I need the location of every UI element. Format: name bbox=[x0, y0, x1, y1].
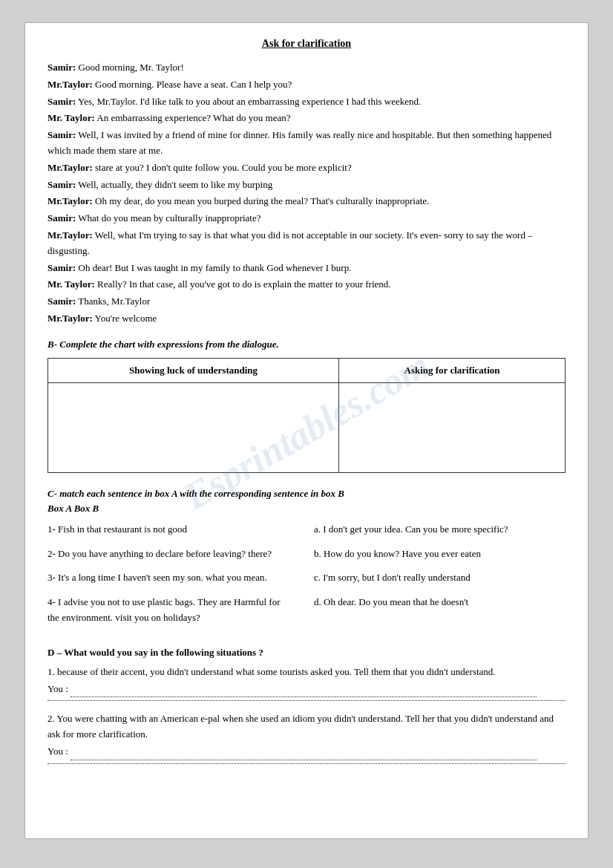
worksheet-page: Esprintables.com Ask for clarification S… bbox=[24, 22, 589, 839]
dialogue-line: Samir: What do you mean by culturally in… bbox=[47, 211, 566, 226]
dialogue-line: Samir: Good morning, Mr. Taylor! bbox=[47, 60, 566, 76]
speaker-name: Samir: bbox=[47, 212, 76, 223]
match-left-item: 4- I advise you not to use plastic bags.… bbox=[47, 595, 292, 626]
dialogue-line: Samir: Well, I was invited by a friend o… bbox=[47, 128, 566, 159]
dialogue-line: Samir: Well, actually, they didn't seem … bbox=[47, 177, 566, 193]
chart-header-right: Asking for clarification bbox=[339, 358, 566, 382]
section-d: D – What would you say in the following … bbox=[47, 647, 566, 764]
speaker-name: Samir: bbox=[47, 62, 76, 73]
situation-text: 1. because of their accent, you didn't u… bbox=[47, 665, 566, 680]
section-d-title: D – What would you say in the following … bbox=[47, 647, 566, 659]
page-title: Ask for clarification bbox=[47, 38, 566, 50]
speaker-name: Mr.Taylor: bbox=[47, 229, 93, 241]
match-left-item: 2- Do you have anything to declare befor… bbox=[47, 546, 292, 562]
dialogue-line: Samir: Thanks, Mr.Taylor bbox=[47, 294, 566, 310]
speaker-name: Samir: bbox=[47, 96, 76, 107]
dialogue-line: Mr.Taylor: You're welcome bbox=[47, 311, 566, 327]
section-c: C- match each sentence in box A with the… bbox=[47, 488, 566, 635]
section-b: B- Complete the chart with expressions f… bbox=[47, 339, 566, 473]
match-left-item: 1- Fish in that restaurant is not good bbox=[47, 522, 292, 538]
match-right-item: b. How do you know? Have you ever eaten bbox=[314, 546, 566, 562]
match-left-item: 3- It's a long time I haven't seen my so… bbox=[47, 570, 292, 586]
speaker-name: Samir: bbox=[47, 129, 76, 140]
speaker-name: Mr.Taylor: bbox=[47, 79, 93, 90]
speaker-name: Samir: bbox=[47, 179, 76, 190]
dialogue-line: Mr. Taylor: Really? In that case, all yo… bbox=[47, 277, 566, 293]
chart-cell-right bbox=[339, 382, 566, 472]
dialogue-line: Mr.Taylor: stare at you? I don't quite f… bbox=[47, 160, 566, 176]
dialogue-line: Samir: Oh dear! But I was taught in my f… bbox=[47, 261, 566, 276]
match-left: 1- Fish in that restaurant is not good2-… bbox=[47, 522, 306, 635]
speaker-name: Mr.Taylor: bbox=[47, 162, 93, 173]
section-c-title: C- match each sentence in box A with the… bbox=[47, 488, 566, 500]
speaker-name: Samir: bbox=[47, 262, 76, 273]
dialogue-line: Mr.Taylor: Good morning. Please have a s… bbox=[47, 77, 566, 93]
dialogue-line: Mr.Taylor: Well, what I'm trying to say … bbox=[47, 228, 566, 259]
speaker-name: Mr.Taylor: bbox=[47, 195, 93, 206]
situation-item: 1. because of their accent, you didn't u… bbox=[47, 665, 566, 702]
situation-text: 2. You were chatting with an American e-… bbox=[47, 711, 566, 743]
dialogue-section: Samir: Good morning, Mr. Taylor!Mr.Taylo… bbox=[47, 60, 566, 327]
speaker-name: Mr. Taylor: bbox=[47, 278, 95, 290]
match-right-item: a. I don't get your idea. Can you be mor… bbox=[314, 522, 566, 538]
chart-table: Showing luck of understanding Asking for… bbox=[47, 358, 566, 473]
situation-you: You : bbox=[47, 744, 566, 760]
speaker-name: Mr.Taylor: bbox=[47, 313, 93, 324]
match-right-item: c. I'm sorry, but I don't really underst… bbox=[314, 570, 566, 586]
speaker-name: Mr. Taylor: bbox=[47, 112, 95, 123]
chart-header-left: Showing luck of understanding bbox=[48, 358, 339, 382]
dotted-line bbox=[47, 700, 566, 701]
dialogue-line: Mr.Taylor: Oh my dear, do you mean you b… bbox=[47, 194, 566, 209]
situation-you: You : bbox=[47, 682, 566, 698]
section-b-title: B- Complete the chart with expressions f… bbox=[47, 339, 566, 350]
dotted-line bbox=[47, 763, 566, 764]
situation-item: 2. You were chatting with an American e-… bbox=[47, 711, 566, 763]
dialogue-line: Mr. Taylor: An embarrassing experience? … bbox=[47, 111, 566, 126]
chart-cell-left bbox=[48, 382, 339, 472]
match-right-item: d. Oh dear. Do you mean that he doesn't bbox=[314, 595, 566, 610]
speaker-name: Samir: bbox=[47, 296, 76, 307]
match-right: a. I don't get your idea. Can you be mor… bbox=[306, 522, 566, 635]
box-labels: Box A Box B bbox=[47, 503, 566, 515]
matching-grid: 1- Fish in that restaurant is not good2-… bbox=[47, 522, 566, 635]
dialogue-line: Samir: Yes, Mr.Taylor. I'd like talk to … bbox=[47, 94, 566, 110]
